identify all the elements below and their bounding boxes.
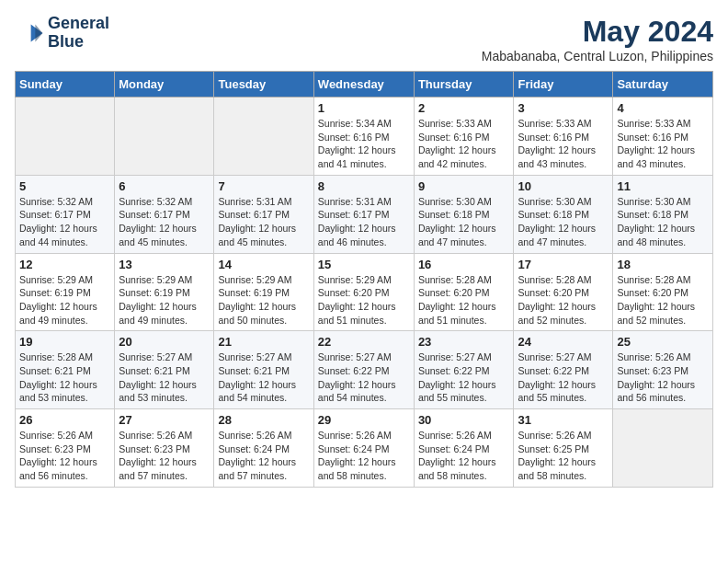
calendar-cell [115,98,214,176]
day-number: 28 [218,413,309,427]
day-number: 13 [119,258,210,271]
svg-marker-1 [35,24,42,41]
day-info: Sunrise: 5:34 AM Sunset: 6:16 PM Dayligh… [318,117,410,171]
weekday-header: Friday [514,72,613,98]
weekday-header: Tuesday [214,72,313,98]
day-info: Sunrise: 5:31 AM Sunset: 6:17 PM Dayligh… [218,195,309,249]
calendar-cell: 22Sunrise: 5:27 AM Sunset: 6:22 PM Dayli… [313,331,414,409]
day-number: 22 [318,335,410,349]
day-info: Sunrise: 5:26 AM Sunset: 6:23 PM Dayligh… [19,429,110,483]
calendar-cell [214,98,313,176]
day-number: 30 [418,413,510,427]
day-number: 8 [318,179,410,193]
day-info: Sunrise: 5:30 AM Sunset: 6:18 PM Dayligh… [518,195,609,249]
day-number: 5 [19,179,110,193]
calendar-cell: 25Sunrise: 5:26 AM Sunset: 6:23 PM Dayli… [613,331,713,409]
day-number: 31 [518,413,609,427]
day-info: Sunrise: 5:26 AM Sunset: 6:24 PM Dayligh… [218,429,309,483]
calendar-cell: 8Sunrise: 5:31 AM Sunset: 6:17 PM Daylig… [313,175,414,253]
day-number: 20 [119,335,210,349]
day-info: Sunrise: 5:26 AM Sunset: 6:25 PM Dayligh… [518,429,609,483]
day-info: Sunrise: 5:33 AM Sunset: 6:16 PM Dayligh… [617,117,709,171]
calendar-cell: 1Sunrise: 5:34 AM Sunset: 6:16 PM Daylig… [313,98,414,176]
day-info: Sunrise: 5:26 AM Sunset: 6:23 PM Dayligh… [119,429,210,483]
day-info: Sunrise: 5:29 AM Sunset: 6:19 PM Dayligh… [218,273,309,327]
calendar-cell: 15Sunrise: 5:29 AM Sunset: 6:20 PM Dayli… [313,253,414,331]
day-info: Sunrise: 5:27 AM Sunset: 6:22 PM Dayligh… [518,350,609,405]
calendar-cell: 17Sunrise: 5:28 AM Sunset: 6:20 PM Dayli… [514,253,613,331]
day-number: 1 [318,101,410,115]
day-info: Sunrise: 5:33 AM Sunset: 6:16 PM Dayligh… [518,117,609,171]
day-info: Sunrise: 5:26 AM Sunset: 6:24 PM Dayligh… [318,429,410,483]
calendar-cell: 28Sunrise: 5:26 AM Sunset: 6:24 PM Dayli… [214,409,313,488]
calendar-cell: 21Sunrise: 5:27 AM Sunset: 6:21 PM Dayli… [214,331,313,409]
calendar-cell: 23Sunrise: 5:27 AM Sunset: 6:22 PM Dayli… [414,331,514,409]
day-info: Sunrise: 5:32 AM Sunset: 6:17 PM Dayligh… [119,195,210,249]
calendar-cell: 27Sunrise: 5:26 AM Sunset: 6:23 PM Dayli… [115,409,214,488]
calendar-week-row: 1Sunrise: 5:34 AM Sunset: 6:16 PM Daylig… [16,98,713,176]
day-info: Sunrise: 5:27 AM Sunset: 6:21 PM Dayligh… [218,350,309,405]
day-number: 7 [218,179,309,193]
calendar-cell: 16Sunrise: 5:28 AM Sunset: 6:20 PM Dayli… [414,253,514,331]
calendar-cell: 26Sunrise: 5:26 AM Sunset: 6:23 PM Dayli… [16,409,115,488]
title-block: May 2024 Mababanaba, Central Luzon, Phil… [482,15,713,63]
day-number: 9 [418,179,510,193]
day-info: Sunrise: 5:27 AM Sunset: 6:21 PM Dayligh… [119,350,210,405]
calendar-cell: 2Sunrise: 5:33 AM Sunset: 6:16 PM Daylig… [414,98,514,176]
day-number: 2 [418,101,510,115]
calendar-week-row: 26Sunrise: 5:26 AM Sunset: 6:23 PM Dayli… [16,409,713,488]
weekday-header: Wednesday [313,72,414,98]
day-number: 17 [518,258,609,271]
day-info: Sunrise: 5:28 AM Sunset: 6:20 PM Dayligh… [617,273,709,327]
calendar-cell: 3Sunrise: 5:33 AM Sunset: 6:16 PM Daylig… [514,98,613,176]
calendar-cell: 24Sunrise: 5:27 AM Sunset: 6:22 PM Dayli… [514,331,613,409]
day-info: Sunrise: 5:28 AM Sunset: 6:21 PM Dayligh… [19,350,110,405]
calendar-week-row: 19Sunrise: 5:28 AM Sunset: 6:21 PM Dayli… [16,331,713,409]
location: Mababanaba, Central Luzon, Philippines [482,49,713,63]
day-info: Sunrise: 5:29 AM Sunset: 6:19 PM Dayligh… [119,273,210,327]
calendar: SundayMondayTuesdayWednesdayThursdayFrid… [15,71,713,488]
calendar-cell: 9Sunrise: 5:30 AM Sunset: 6:18 PM Daylig… [414,175,514,253]
calendar-cell: 4Sunrise: 5:33 AM Sunset: 6:16 PM Daylig… [613,98,713,176]
calendar-cell: 19Sunrise: 5:28 AM Sunset: 6:21 PM Dayli… [16,331,115,409]
weekday-header: Saturday [613,72,713,98]
calendar-cell [16,98,115,176]
weekday-header: Thursday [414,72,514,98]
day-info: Sunrise: 5:27 AM Sunset: 6:22 PM Dayligh… [318,350,410,405]
calendar-cell: 29Sunrise: 5:26 AM Sunset: 6:24 PM Dayli… [313,409,414,488]
day-number: 21 [218,335,309,349]
calendar-cell: 18Sunrise: 5:28 AM Sunset: 6:20 PM Dayli… [613,253,713,331]
day-info: Sunrise: 5:29 AM Sunset: 6:19 PM Dayligh… [19,273,110,327]
logo-icon [15,18,44,48]
calendar-cell: 14Sunrise: 5:29 AM Sunset: 6:19 PM Dayli… [214,253,313,331]
calendar-cell: 12Sunrise: 5:29 AM Sunset: 6:19 PM Dayli… [16,253,115,331]
calendar-cell: 13Sunrise: 5:29 AM Sunset: 6:19 PM Dayli… [115,253,214,331]
day-number: 12 [19,258,110,271]
day-number: 29 [318,413,410,427]
logo: General Blue [15,15,109,52]
day-info: Sunrise: 5:27 AM Sunset: 6:22 PM Dayligh… [418,350,510,405]
calendar-cell: 10Sunrise: 5:30 AM Sunset: 6:18 PM Dayli… [514,175,613,253]
day-number: 15 [318,258,410,271]
day-number: 26 [19,413,110,427]
day-number: 14 [218,258,309,271]
calendar-cell: 11Sunrise: 5:30 AM Sunset: 6:18 PM Dayli… [613,175,713,253]
calendar-cell: 31Sunrise: 5:26 AM Sunset: 6:25 PM Dayli… [514,409,613,488]
calendar-cell [613,409,713,488]
day-number: 6 [119,179,210,193]
day-number: 23 [418,335,510,349]
day-info: Sunrise: 5:30 AM Sunset: 6:18 PM Dayligh… [418,195,510,249]
day-number: 18 [617,258,709,271]
logo-text: General Blue [48,15,109,52]
calendar-cell: 20Sunrise: 5:27 AM Sunset: 6:21 PM Dayli… [115,331,214,409]
day-info: Sunrise: 5:33 AM Sunset: 6:16 PM Dayligh… [418,117,510,171]
day-info: Sunrise: 5:30 AM Sunset: 6:18 PM Dayligh… [617,195,709,249]
calendar-cell: 30Sunrise: 5:26 AM Sunset: 6:24 PM Dayli… [414,409,514,488]
calendar-cell: 7Sunrise: 5:31 AM Sunset: 6:17 PM Daylig… [214,175,313,253]
calendar-cell: 5Sunrise: 5:32 AM Sunset: 6:17 PM Daylig… [16,175,115,253]
day-number: 16 [418,258,510,271]
weekday-header: Monday [115,72,214,98]
day-number: 10 [518,179,609,193]
day-info: Sunrise: 5:32 AM Sunset: 6:17 PM Dayligh… [19,195,110,249]
month-year: May 2024 [482,15,713,49]
